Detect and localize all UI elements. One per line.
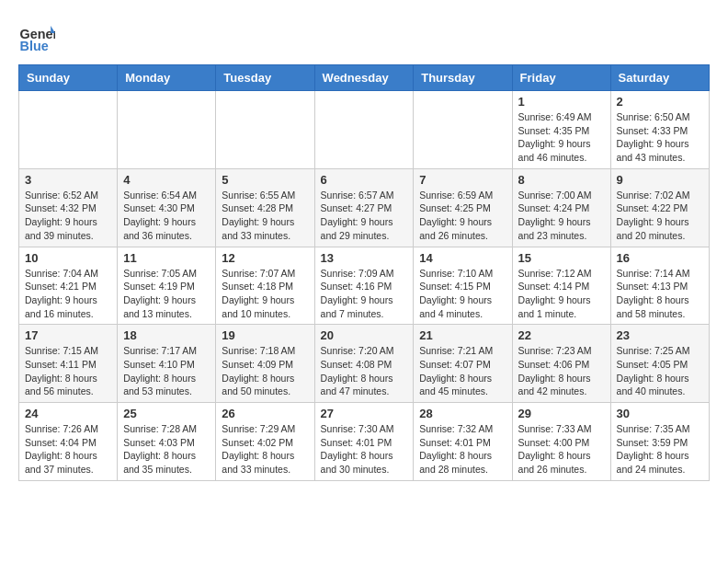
calendar-cell: 7Sunrise: 6:59 AM Sunset: 4:25 PM Daylig… [414,168,512,247]
day-info: Sunrise: 7:17 AM Sunset: 4:10 PM Dayligh… [123,344,210,398]
calendar-cell: 15Sunrise: 7:12 AM Sunset: 4:14 PM Dayli… [512,247,610,325]
day-info: Sunrise: 7:23 AM Sunset: 4:06 PM Dayligh… [518,344,605,398]
day-number: 9 [617,173,703,187]
calendar-cell: 6Sunrise: 6:57 AM Sunset: 4:27 PM Daylig… [314,168,414,247]
day-number: 24 [25,407,111,420]
day-info: Sunrise: 7:28 AM Sunset: 4:03 PM Dayligh… [123,422,210,477]
calendar-cell: 8Sunrise: 7:00 AM Sunset: 4:24 PM Daylig… [512,168,610,247]
day-number: 17 [25,328,111,342]
calendar-cell: 26Sunrise: 7:29 AM Sunset: 4:02 PM Dayli… [216,403,314,481]
day-number: 22 [518,328,605,342]
day-info: Sunrise: 6:49 AM Sunset: 4:35 PM Dayligh… [518,110,605,165]
day-info: Sunrise: 7:04 AM Sunset: 4:21 PM Dayligh… [25,267,111,321]
calendar-cell: 16Sunrise: 7:14 AM Sunset: 4:13 PM Dayli… [610,247,709,325]
day-info: Sunrise: 7:26 AM Sunset: 4:04 PM Dayligh… [25,422,111,477]
day-number: 28 [419,407,506,420]
calendar-cell [19,91,118,169]
day-number: 4 [123,173,210,187]
day-info: Sunrise: 7:02 AM Sunset: 4:22 PM Dayligh… [617,189,703,243]
day-info: Sunrise: 7:10 AM Sunset: 4:15 PM Dayligh… [419,267,506,321]
calendar-cell: 3Sunrise: 6:52 AM Sunset: 4:32 PM Daylig… [19,168,118,247]
weekday-wednesday: Wednesday [314,65,414,91]
day-number: 29 [518,407,605,420]
calendar-week-2: 10Sunrise: 7:04 AM Sunset: 4:21 PM Dayli… [19,247,710,325]
day-info: Sunrise: 6:55 AM Sunset: 4:28 PM Dayligh… [222,189,308,243]
day-info: Sunrise: 7:33 AM Sunset: 4:00 PM Dayligh… [518,422,605,477]
day-number: 14 [419,251,506,265]
day-number: 25 [123,407,210,420]
calendar-cell [118,91,216,169]
calendar-cell: 9Sunrise: 7:02 AM Sunset: 4:22 PM Daylig… [610,168,709,247]
calendar-cell: 29Sunrise: 7:33 AM Sunset: 4:00 PM Dayli… [512,403,610,481]
day-info: Sunrise: 6:52 AM Sunset: 4:32 PM Dayligh… [25,189,111,243]
calendar-cell: 21Sunrise: 7:21 AM Sunset: 4:07 PM Dayli… [414,325,512,403]
day-number: 11 [123,251,210,265]
calendar-cell: 13Sunrise: 7:09 AM Sunset: 4:16 PM Dayli… [314,247,414,325]
calendar-cell [414,91,512,169]
calendar-body: 1Sunrise: 6:49 AM Sunset: 4:35 PM Daylig… [19,91,710,481]
weekday-sunday: Sunday [19,65,118,91]
day-info: Sunrise: 6:54 AM Sunset: 4:30 PM Dayligh… [123,189,210,243]
calendar-cell: 11Sunrise: 7:05 AM Sunset: 4:19 PM Dayli… [118,247,216,325]
day-info: Sunrise: 7:29 AM Sunset: 4:02 PM Dayligh… [222,422,308,477]
calendar-cell: 12Sunrise: 7:07 AM Sunset: 4:18 PM Dayli… [216,247,314,325]
day-info: Sunrise: 7:14 AM Sunset: 4:13 PM Dayligh… [617,267,703,321]
day-info: Sunrise: 7:32 AM Sunset: 4:01 PM Dayligh… [419,422,506,477]
calendar-cell: 24Sunrise: 7:26 AM Sunset: 4:04 PM Dayli… [19,403,118,481]
calendar-week-3: 17Sunrise: 7:15 AM Sunset: 4:11 PM Dayli… [19,325,710,403]
day-number: 12 [222,251,308,265]
calendar: SundayMondayTuesdayWednesdayThursdayFrid… [18,64,710,481]
page-header: General Blue [18,18,710,55]
day-number: 7 [419,173,506,187]
calendar-cell: 4Sunrise: 6:54 AM Sunset: 4:30 PM Daylig… [118,168,216,247]
day-info: Sunrise: 7:07 AM Sunset: 4:18 PM Dayligh… [222,267,308,321]
day-number: 5 [222,173,308,187]
weekday-friday: Friday [512,65,610,91]
day-number: 1 [518,95,605,109]
day-number: 2 [617,95,703,109]
calendar-cell: 5Sunrise: 6:55 AM Sunset: 4:28 PM Daylig… [216,168,314,247]
calendar-cell: 30Sunrise: 7:35 AM Sunset: 3:59 PM Dayli… [610,403,709,481]
calendar-cell: 22Sunrise: 7:23 AM Sunset: 4:06 PM Dayli… [512,325,610,403]
calendar-cell: 1Sunrise: 6:49 AM Sunset: 4:35 PM Daylig… [512,91,610,169]
day-number: 10 [25,251,111,265]
day-info: Sunrise: 7:25 AM Sunset: 4:05 PM Dayligh… [617,344,703,398]
day-number: 16 [617,251,703,265]
calendar-cell: 28Sunrise: 7:32 AM Sunset: 4:01 PM Dayli… [414,403,512,481]
calendar-week-1: 3Sunrise: 6:52 AM Sunset: 4:32 PM Daylig… [19,168,710,247]
calendar-week-0: 1Sunrise: 6:49 AM Sunset: 4:35 PM Daylig… [19,91,710,169]
weekday-saturday: Saturday [610,65,709,91]
calendar-cell: 14Sunrise: 7:10 AM Sunset: 4:15 PM Dayli… [414,247,512,325]
day-info: Sunrise: 7:15 AM Sunset: 4:11 PM Dayligh… [25,344,111,398]
calendar-cell: 23Sunrise: 7:25 AM Sunset: 4:05 PM Dayli… [610,325,709,403]
day-info: Sunrise: 7:18 AM Sunset: 4:09 PM Dayligh… [222,344,308,398]
day-info: Sunrise: 7:30 AM Sunset: 4:01 PM Dayligh… [321,422,408,477]
day-info: Sunrise: 7:35 AM Sunset: 3:59 PM Dayligh… [617,422,703,477]
day-number: 18 [123,328,210,342]
logo: General Blue [18,18,59,55]
calendar-cell: 25Sunrise: 7:28 AM Sunset: 4:03 PM Dayli… [118,403,216,481]
day-number: 27 [321,407,408,420]
day-info: Sunrise: 6:57 AM Sunset: 4:27 PM Dayligh… [321,189,408,243]
day-number: 19 [222,328,308,342]
day-number: 13 [321,251,408,265]
calendar-cell: 20Sunrise: 7:20 AM Sunset: 4:08 PM Dayli… [314,325,414,403]
calendar-cell [314,91,414,169]
calendar-cell: 17Sunrise: 7:15 AM Sunset: 4:11 PM Dayli… [19,325,118,403]
weekday-thursday: Thursday [414,65,512,91]
day-number: 8 [518,173,605,187]
day-info: Sunrise: 7:00 AM Sunset: 4:24 PM Dayligh… [518,189,605,243]
calendar-week-4: 24Sunrise: 7:26 AM Sunset: 4:04 PM Dayli… [19,403,710,481]
day-number: 30 [617,407,703,420]
calendar-cell: 27Sunrise: 7:30 AM Sunset: 4:01 PM Dayli… [314,403,414,481]
weekday-tuesday: Tuesday [216,65,314,91]
day-info: Sunrise: 6:50 AM Sunset: 4:33 PM Dayligh… [617,110,703,165]
calendar-cell: 10Sunrise: 7:04 AM Sunset: 4:21 PM Dayli… [19,247,118,325]
day-number: 3 [25,173,111,187]
day-info: Sunrise: 7:20 AM Sunset: 4:08 PM Dayligh… [321,344,408,398]
day-number: 21 [419,328,506,342]
weekday-header-row: SundayMondayTuesdayWednesdayThursdayFrid… [19,65,710,91]
day-number: 15 [518,251,605,265]
calendar-cell: 18Sunrise: 7:17 AM Sunset: 4:10 PM Dayli… [118,325,216,403]
day-info: Sunrise: 7:12 AM Sunset: 4:14 PM Dayligh… [518,267,605,321]
